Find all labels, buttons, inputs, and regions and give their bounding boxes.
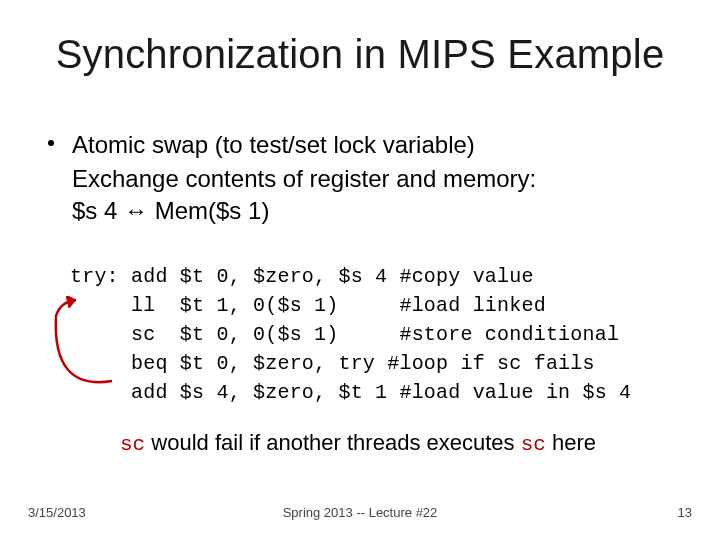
footer-page-number: 13 [678,505,692,520]
body-text: Atomic swap (to test/set lock variable) … [48,130,672,226]
note-mono-1: sc [120,433,145,456]
bullet-dot-icon [48,140,54,146]
bullet-line-2: Exchange contents of register and memory… [48,164,672,194]
bullet-item: Atomic swap (to test/set lock variable) [48,130,672,160]
bullet-line-3: $s 4 ↔ Mem($s 1) [48,196,672,226]
slide-title: Synchronization in MIPS Example [0,32,720,77]
code-block: try: add $t 0, $zero, $s 4 #copy value l… [70,262,631,407]
note-mid: would fail if another threads executes [145,430,520,455]
note-mono-2: sc [521,433,546,456]
footnote: sc would fail if another threads execute… [120,430,680,456]
bullet-line-1: Atomic swap (to test/set lock variable) [72,131,475,158]
note-tail: here [546,430,596,455]
footer-lecture: Spring 2013 -- Lecture #22 [0,505,720,520]
slide: Synchronization in MIPS Example Atomic s… [0,0,720,540]
